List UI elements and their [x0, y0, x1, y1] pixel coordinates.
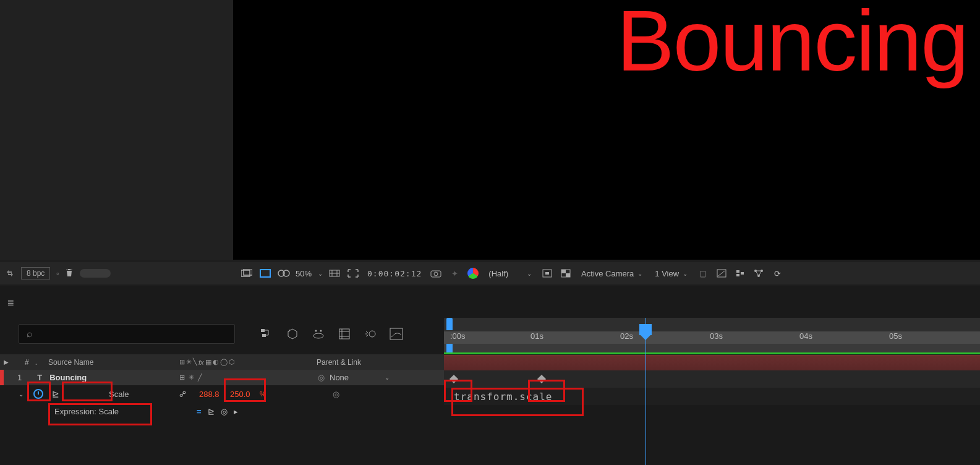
play-column-icon[interactable]: ▶ — [4, 359, 9, 365]
guide-icon[interactable]: ⎕ — [696, 267, 710, 280]
camera-label: Active Camera — [581, 269, 634, 278]
twirl-icon[interactable]: ⌄ — [19, 391, 23, 398]
parent-value[interactable]: None — [330, 373, 349, 382]
svg-point-7 — [434, 272, 438, 276]
keyframe-icon[interactable] — [537, 375, 546, 383]
resolution-icon[interactable] — [328, 267, 341, 280]
expression-property-row[interactable]: Expression: Scale = ⊵ ◎ ▸ — [0, 403, 444, 420]
draft-3d-icon[interactable] — [286, 327, 299, 341]
render-icon[interactable]: ▫ — [56, 270, 59, 277]
scale-keyframe-track[interactable] — [444, 370, 980, 388]
show-snapshot-icon[interactable]: ✦ — [448, 267, 461, 280]
video-on-icon[interactable]: ⊞ — [179, 373, 185, 382]
parent-link-cell[interactable]: ◎ None ⌄ — [318, 373, 390, 382]
svg-point-24 — [320, 330, 322, 332]
layer-row[interactable]: 1 T Bouncing ⊞ ✳ ╱ ◎ None ⌄ — [0, 370, 444, 385]
playhead-cap-icon[interactable] — [639, 324, 652, 335]
refresh-icon[interactable]: ⟳ — [770, 267, 784, 280]
zoom-value[interactable]: 50% — [296, 269, 312, 278]
roi-icon[interactable] — [346, 267, 360, 280]
pickwhip-icon[interactable]: ◎ — [318, 373, 325, 382]
label-header[interactable]: . — [35, 358, 37, 367]
zoom-chevron-icon[interactable]: ⌄ — [318, 270, 323, 277]
time-ruler[interactable]: :00s 01s 02s 03s 04s 05s — [444, 318, 980, 344]
project-panel-footer: 8 bpc ▫ — [0, 262, 234, 284]
layer-color-swatch[interactable] — [0, 370, 4, 385]
svg-rect-11 — [561, 270, 566, 273]
solo-switch-icon[interactable]: ╲ — [193, 358, 197, 366]
color-management-icon[interactable] — [466, 267, 480, 280]
expression-code[interactable]: transform.scale — [454, 391, 553, 403]
playhead[interactable] — [646, 318, 646, 465]
chevron-down-icon[interactable]: ⌄ — [385, 374, 390, 381]
work-area-start-icon[interactable] — [446, 318, 453, 330]
resolution-label: (Half) — [488, 269, 508, 278]
composition-preview[interactable]: Bouncing — [234, 0, 980, 260]
stopwatch-icon[interactable] — [33, 389, 43, 399]
composition-mini-flow-icon[interactable] — [260, 327, 273, 341]
mask-icon[interactable] — [277, 267, 291, 280]
timeline-search-input[interactable]: ⌕ — [19, 324, 235, 344]
svg-point-26 — [369, 331, 375, 337]
expression-editor-track[interactable]: transform.scale — [444, 388, 980, 405]
scale-property-row[interactable]: ⌄ ⊵ Scale ⚯ 288.8 250.0 % ◎ — [0, 385, 444, 403]
views-select[interactable]: 1 View ⌄ — [651, 269, 691, 278]
ruler-tick: 01s — [530, 331, 543, 341]
expression-language-menu-icon[interactable]: ▸ — [234, 407, 238, 416]
cached-frames-bar — [444, 352, 980, 354]
quality-switch-icon[interactable]: ◯ — [220, 358, 228, 366]
snapshot-icon[interactable] — [429, 267, 443, 280]
layer-track[interactable] — [444, 355, 980, 370]
preview-text-layer[interactable]: Bouncing — [616, 0, 968, 91]
collapse-switch-icon[interactable]: ◐ — [213, 358, 219, 366]
transparency-icon[interactable] — [559, 267, 573, 280]
expression-enabled-icon[interactable]: = — [197, 407, 202, 416]
quality-best-icon[interactable]: ╱ — [198, 373, 202, 382]
motion-blur-icon[interactable] — [364, 327, 377, 341]
source-name-header[interactable]: Source Name — [48, 358, 93, 367]
layer-name[interactable]: Bouncing — [49, 373, 87, 382]
timeline-ruler-area: :00s 01s 02s 03s 04s 05s transform.scale — [444, 318, 980, 465]
scale-unit: % — [260, 390, 266, 398]
work-area-bar[interactable] — [444, 344, 980, 352]
composition-flow-icon[interactable] — [733, 267, 747, 280]
graph-toggle-icon[interactable]: ⊵ — [52, 389, 59, 399]
keyframe-icon[interactable] — [450, 375, 458, 383]
current-time-display[interactable]: 0:00:02:12 — [365, 269, 424, 278]
collapse-on-icon[interactable]: ✳ — [189, 373, 194, 382]
shy-switch-icon[interactable]: ▦ — [205, 358, 211, 366]
svg-point-22 — [313, 333, 323, 338]
bit-depth-button[interactable]: 8 bpc — [21, 267, 50, 279]
shy-icon[interactable] — [312, 327, 325, 341]
camera-select[interactable]: Active Camera ⌄ — [577, 269, 646, 278]
scale-property-name[interactable]: Scale — [109, 390, 129, 399]
video-switch-icon[interactable]: ⊞ — [179, 358, 185, 366]
expression-graph-icon[interactable]: ⊵ — [208, 407, 215, 416]
lock-switch-icon[interactable]: fx — [198, 359, 204, 366]
transparency-grid-icon[interactable] — [258, 267, 272, 280]
constrain-proportions-icon[interactable]: ⚯ — [179, 389, 187, 399]
toggle-pixel-aspect-icon[interactable] — [240, 267, 254, 280]
chevron-down-icon: ⌄ — [637, 270, 642, 277]
parent-link-header[interactable]: Parent & Link — [317, 358, 361, 367]
ruler-tick: 03s — [710, 331, 723, 341]
3d-switch-icon[interactable]: ⬡ — [229, 358, 235, 366]
property-pickwhip-icon[interactable]: ◎ — [333, 390, 339, 399]
graph-editor-icon[interactable] — [390, 327, 403, 341]
swap-icon[interactable] — [5, 268, 15, 278]
fast-preview-icon[interactable] — [540, 267, 554, 280]
audio-switch-icon[interactable]: ✳ — [186, 358, 192, 366]
panel-menu-icon[interactable]: ≡ — [7, 297, 14, 310]
expression-name: Expression: Scale — [54, 407, 119, 416]
three-d-icon[interactable] — [752, 267, 765, 280]
frame-blend-icon[interactable] — [338, 327, 351, 341]
snap-icon[interactable] — [715, 267, 728, 280]
index-header[interactable]: # — [25, 358, 29, 367]
zoom-slider[interactable] — [80, 269, 111, 278]
resolution-select[interactable]: (Half) ⌄ — [485, 269, 535, 278]
trash-icon[interactable] — [65, 268, 74, 279]
search-icon: ⌕ — [27, 328, 33, 339]
scale-y-value[interactable]: 250.0 — [230, 390, 250, 399]
scale-x-value[interactable]: 288.8 — [199, 390, 219, 399]
expression-pickwhip-icon[interactable]: ◎ — [221, 407, 228, 416]
